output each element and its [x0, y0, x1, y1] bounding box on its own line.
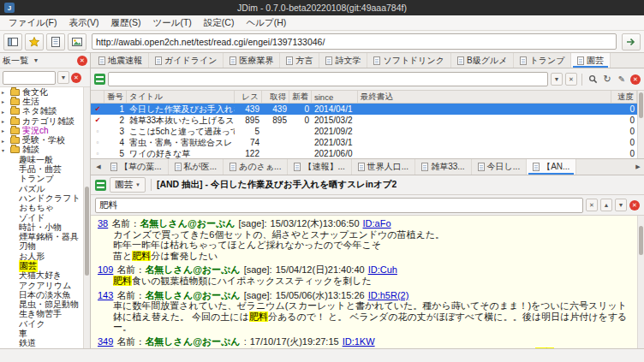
board-tab[interactable]: B級グルメ	[451, 53, 514, 68]
write-button[interactable]: ✎	[616, 73, 628, 86]
table-row[interactable]: ✔ 2 雑草33本抜いたら上げるスレ 895 895 0 2015/03/2 0	[91, 115, 637, 126]
tree-item[interactable]: 食文化	[0, 87, 83, 97]
thread-scrollbar[interactable]	[637, 216, 644, 348]
menu-item[interactable]: 設定(C)	[198, 15, 241, 30]
expander-icon[interactable]	[2, 118, 8, 124]
search-close-button[interactable]: ✕	[629, 200, 640, 211]
post-number-link[interactable]: 38	[98, 218, 108, 228]
column-num[interactable]: 番号	[104, 91, 127, 103]
post-name[interactable]: 名無しさん@おーぷん	[145, 336, 240, 347]
board-search-dropdown[interactable]: ▼	[57, 71, 69, 84]
table-row[interactable]: ▫ 5 ワイの好きな草 122 2021/06/0 0	[91, 148, 637, 158]
thread-search-input[interactable]	[95, 198, 583, 213]
menu-item[interactable]: ヘルプ(H)	[240, 15, 292, 30]
tree-scrollbar[interactable]	[83, 87, 90, 348]
column-since[interactable]: since	[312, 91, 358, 103]
column-last[interactable]: 最終書込	[358, 91, 611, 103]
tree-item[interactable]: 煙草銘柄・器具	[0, 232, 83, 241]
menu-item[interactable]: ツール(T)	[146, 15, 197, 30]
tab-scroll-right-button[interactable]: ▶	[632, 159, 644, 175]
threadlist-close-button[interactable]: ✕	[630, 74, 641, 85]
thread-tab[interactable]: 私が医...	[169, 159, 224, 175]
expander-icon[interactable]	[2, 128, 8, 134]
board-tab[interactable]: 園芸	[571, 53, 611, 68]
tree-item[interactable]: 鉄道	[0, 339, 83, 348]
search-next-button[interactable]: ▼	[615, 199, 627, 211]
expander-icon[interactable]	[2, 89, 8, 95]
post-number-link[interactable]: 349	[98, 336, 113, 347]
thread-scrollbar-thumb[interactable]	[639, 226, 643, 255]
tree-item[interactable]: お人形	[0, 252, 83, 261]
board-tab[interactable]: ガイドライン	[149, 53, 224, 68]
post-id-link[interactable]: ID:h5R	[368, 290, 397, 300]
threadlist-filter-input[interactable]	[108, 72, 548, 86]
table-row[interactable]: ▫ 3 ここは5chと違って過疎ってるんか 5 2021/09/2 0	[91, 126, 637, 137]
column-title[interactable]: タイトル	[127, 91, 235, 103]
column-res[interactable]: レス	[235, 91, 262, 103]
board-tab[interactable]: トランプ	[514, 53, 571, 68]
row-new	[289, 148, 312, 158]
menu-item[interactable]: ファイル(F)	[3, 15, 63, 30]
board-tab[interactable]: ソフトドリンク	[367, 53, 451, 68]
thread-tab[interactable]: 雑草33...	[415, 159, 471, 175]
favorites-view-button[interactable]	[25, 33, 44, 50]
column-mark[interactable]	[91, 91, 104, 103]
filter-dropdown-button[interactable]: ▼	[551, 73, 563, 86]
filter-clear-button[interactable]: ✕	[565, 73, 577, 86]
post-id-link[interactable]: ID:aFo	[363, 218, 391, 228]
board-tab[interactable]: 地震速報	[92, 53, 149, 68]
threadlist-scrollbar-thumb[interactable]	[639, 92, 643, 118]
thread-tab[interactable]: 世界人口...	[352, 159, 415, 175]
board-search-input[interactable]	[3, 71, 56, 85]
post-number-link[interactable]: 143	[98, 290, 113, 300]
thread-list-view-button[interactable]	[46, 33, 65, 50]
board-search-close-button[interactable]: ✕	[71, 73, 81, 83]
column-new[interactable]: 新着	[289, 91, 312, 103]
menu-item[interactable]: 履歴(S)	[104, 15, 146, 30]
post-name[interactable]: 名無しさん@おーぷん	[145, 290, 240, 300]
search-button[interactable]	[587, 73, 599, 86]
post-number-link[interactable]: 109	[98, 264, 113, 275]
thread-tab[interactable]: 【AN...	[527, 159, 576, 175]
expander-icon[interactable]	[2, 98, 8, 104]
thread-tab[interactable]: 【速報】...	[288, 159, 351, 175]
open-url-button[interactable]	[622, 33, 641, 50]
menu-item[interactable]: 表示(V)	[63, 15, 104, 30]
tree-item[interactable]: 受験・学校	[0, 135, 83, 145]
search-prev-button[interactable]: ▲	[600, 199, 612, 211]
tree-item[interactable]: 車	[0, 329, 83, 338]
expander-icon[interactable]	[2, 147, 8, 153]
table-row[interactable]: ▫ 4 害虫・害鳥・害獣総合スレ 74 2021/03/1 0	[91, 137, 637, 148]
board-tab[interactable]: 医療業界	[224, 53, 280, 68]
column-speed[interactable]: 速度	[611, 91, 637, 103]
reload-button[interactable]: ↻	[601, 73, 613, 86]
search-clear-button[interactable]: ✕	[586, 199, 598, 211]
post-name[interactable]: 名無しさん@おーぷん	[140, 218, 235, 228]
board-list-view-button[interactable]	[3, 33, 22, 50]
post-name[interactable]: 名無しさん@おーぷん	[145, 264, 240, 275]
board-tab[interactable]: 詩文学	[319, 53, 367, 68]
post-id-link[interactable]: ID:Cuh	[368, 264, 397, 275]
thread-tab[interactable]: 【草の葉...	[104, 159, 169, 175]
thread-tab[interactable]: あのさぁ...	[224, 159, 288, 175]
image-view-button[interactable]	[68, 33, 86, 50]
tab-scroll-left-button[interactable]: ◀	[92, 159, 104, 175]
thread-tab[interactable]: 今日し...	[472, 159, 528, 175]
url-input[interactable]	[92, 33, 617, 50]
table-row[interactable]: ✔ 1 今日した作業及びお手入れを晒す 439 439 0 2014/04/1 …	[91, 104, 637, 115]
post-id-count[interactable]: (2)	[397, 290, 408, 300]
tree-scrollbar-thumb[interactable]	[85, 187, 89, 276]
expander-icon[interactable]	[2, 138, 8, 144]
post-mail: :	[244, 336, 247, 347]
board-select-button[interactable]: 園芸 ▼	[110, 177, 146, 193]
expander-icon[interactable]	[2, 109, 8, 115]
board-panel-close-button[interactable]: ✕	[77, 56, 87, 66]
separator	[151, 179, 152, 191]
post-id-link[interactable]: ID:1KW	[343, 336, 375, 347]
threadlist-scrollbar[interactable]	[637, 91, 644, 158]
post-date: 17/10/17(火)19:27:15	[250, 336, 339, 347]
tree-item[interactable]: バイク	[0, 319, 83, 329]
column-got[interactable]: 取得	[262, 91, 289, 103]
board-tab[interactable]: 方言	[280, 53, 319, 68]
panel-switch-dropdown[interactable]: ▼	[30, 54, 42, 67]
